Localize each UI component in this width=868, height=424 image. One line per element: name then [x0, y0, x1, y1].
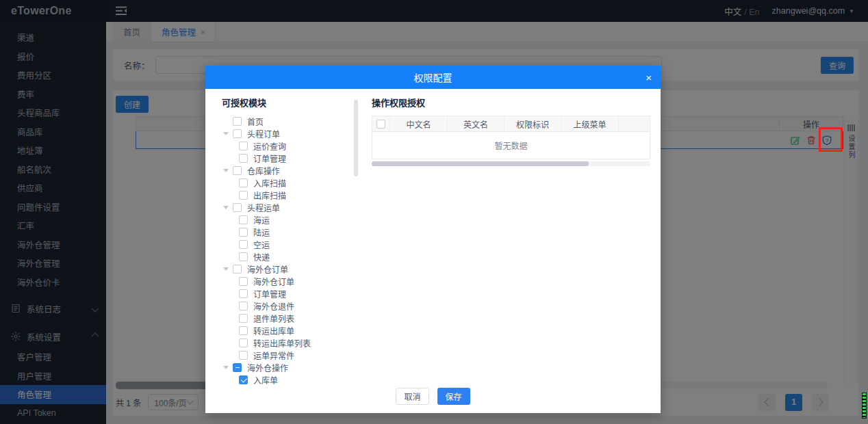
tree-checkbox[interactable] [239, 142, 248, 150]
grid-header-perm-id: 权限标识 [505, 116, 561, 131]
tree-node-label: 头程运单 [247, 202, 280, 213]
select-all-checkbox[interactable] [376, 120, 385, 129]
expander-arrow-icon[interactable] [223, 132, 229, 135]
module-tree: 首页 头程订单 运价查询 订单管理 [222, 115, 372, 386]
tree-node[interactable]: 转运出库单列表 [222, 336, 372, 349]
tree-checkbox[interactable] [239, 240, 248, 249]
tree-checkbox[interactable] [239, 351, 248, 360]
tree-node[interactable]: 海外仓操作 [222, 361, 372, 373]
tree-node-label: 陆运 [253, 226, 270, 238]
tree-node-label: 运价查询 [253, 140, 286, 152]
expander-arrow-icon[interactable] [223, 169, 229, 172]
tree-node[interactable]: 运价查询 [222, 140, 372, 152]
permission-grid-panel: 操作权限授权 中文名 英文名 权限标识 上级菜单 暂无数据 [372, 89, 661, 413]
tree-checkbox[interactable] [239, 375, 248, 384]
tree-node-label: 海外仓退件 [253, 300, 294, 312]
modal-footer: 取消 保存 [205, 388, 661, 405]
tree-node[interactable]: 海外仓退件 [222, 300, 372, 312]
tree-node-label: 仓库操作 [247, 165, 280, 176]
grid-hscrollbar[interactable] [372, 161, 650, 166]
tree-checkbox[interactable] [239, 191, 248, 200]
tree-node[interactable]: 退件单列表 [222, 312, 372, 324]
select-all-cell [372, 116, 390, 131]
tree-node[interactable]: 头程运单 [222, 201, 372, 213]
tree-checkbox[interactable] [239, 277, 248, 286]
tree-node[interactable]: 入库单 [222, 373, 372, 386]
tree-node[interactable]: 入库扫描 [222, 176, 372, 189]
tree-node-label: 头程订单 [247, 128, 280, 140]
tree-checkbox[interactable] [239, 302, 248, 310]
tree-node-label: 入库扫描 [253, 177, 286, 189]
annotation-highlight-box [819, 127, 843, 152]
tree-node[interactable]: 订单管理 [222, 152, 372, 164]
tree-node-label: 运单异常件 [253, 349, 294, 361]
tree-checkbox[interactable] [239, 289, 248, 298]
tree-checkbox[interactable] [239, 215, 248, 224]
tree-node[interactable]: 运单异常件 [222, 349, 372, 361]
cancel-button[interactable]: 取消 [396, 388, 429, 405]
tree-node-label: 订单管理 [253, 288, 286, 300]
tree-checkbox[interactable] [239, 228, 248, 237]
expander-arrow-icon[interactable] [223, 267, 229, 271]
tree-checkbox[interactable] [233, 129, 242, 138]
tree-panel-title: 可授权模块 [222, 96, 372, 109]
tree-node[interactable]: 快递 [222, 250, 372, 263]
module-tree-panel: 可授权模块 首页 头程订单 运价查询 [205, 89, 372, 413]
tree-scrollbar-thumb[interactable] [354, 100, 358, 176]
tree-node[interactable]: 出库扫描 [222, 189, 372, 201]
grid-header-row: 中文名 英文名 权限标识 上级菜单 [372, 116, 650, 132]
tree-checkbox[interactable] [233, 117, 242, 126]
tree-node-label: 海外仓订单 [247, 263, 288, 275]
expander-arrow-icon[interactable] [223, 366, 229, 369]
grid-header-extra [619, 116, 650, 131]
empty-data-text: 暂无数据 [372, 132, 650, 159]
grid-hscroll-thumb[interactable] [372, 161, 589, 166]
tree-node[interactable]: 首页 [222, 115, 372, 127]
grid-header-en-name: 英文名 [448, 116, 505, 131]
tree-node-label: 出库扫描 [253, 189, 286, 201]
tree-checkbox[interactable] [233, 203, 242, 212]
tree-node[interactable]: 空运 [222, 238, 372, 250]
tree-node-label: 空运 [253, 239, 270, 250]
modal-title: 权限配置 [414, 70, 452, 84]
scroll-indicator-artifact [862, 393, 867, 419]
tree-node-label: 转运出库单 [253, 325, 294, 336]
tree-checkbox[interactable] [239, 178, 248, 187]
save-button[interactable]: 保存 [437, 388, 470, 405]
tree-node[interactable]: 仓库操作 [222, 164, 372, 176]
tree-checkbox[interactable] [233, 363, 242, 372]
tree-checkbox[interactable] [239, 326, 248, 335]
tree-checkbox[interactable] [239, 154, 248, 163]
expander-arrow-icon[interactable] [223, 206, 229, 209]
modal-header: 权限配置 × [205, 66, 661, 89]
tree-checkbox[interactable] [233, 166, 242, 175]
tree-node-label: 入库单 [253, 374, 278, 386]
tree-node-label: 首页 [247, 116, 264, 127]
tree-node-label: 转运出库单列表 [253, 337, 311, 349]
tree-node-label: 订单管理 [253, 153, 286, 164]
app-root: eTowerOne 渠道 报价 费用分区 费率 头程商品库 商品库 地址簿 船名… [0, 0, 868, 424]
tree-node[interactable]: 海外仓订单 [222, 263, 372, 275]
tree-checkbox[interactable] [239, 252, 248, 261]
tree-node-label: 快递 [253, 251, 270, 263]
permission-grid: 中文名 英文名 权限标识 上级菜单 暂无数据 [372, 116, 650, 166]
tree-node[interactable]: 订单管理 [222, 287, 372, 300]
tree-node-label: 海运 [253, 214, 270, 226]
tree-node-label: 退件单列表 [253, 313, 294, 324]
tree-node[interactable]: 海外仓订单 [222, 275, 372, 287]
tree-node[interactable]: 陆运 [222, 226, 372, 238]
grid-header-parent-menu: 上级菜单 [561, 116, 619, 131]
tree-checkbox[interactable] [233, 265, 242, 274]
permission-modal: 权限配置 × 可授权模块 首页 头程订单 [205, 66, 661, 413]
tree-checkbox[interactable] [239, 314, 248, 323]
grid-header-cn-name: 中文名 [390, 116, 448, 131]
close-icon[interactable]: × [646, 66, 652, 89]
tree-node-label: 海外仓操作 [247, 362, 288, 373]
tree-node[interactable]: 海运 [222, 213, 372, 226]
tree-node[interactable]: 转运出库单 [222, 324, 372, 336]
tree-node-label: 海外仓订单 [253, 276, 294, 287]
tree-checkbox[interactable] [239, 339, 248, 347]
grid-panel-title: 操作权限授权 [372, 96, 650, 109]
tree-node[interactable]: 头程订单 [222, 127, 372, 140]
